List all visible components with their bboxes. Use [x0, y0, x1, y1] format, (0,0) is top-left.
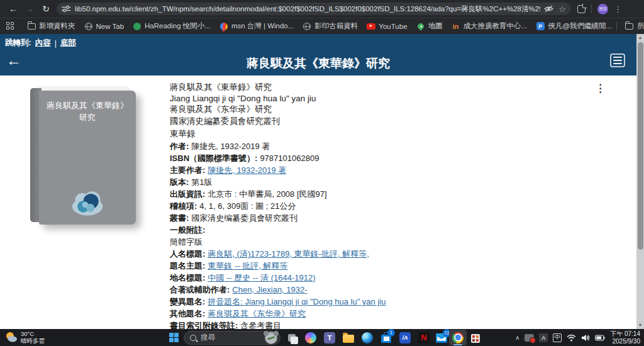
tray-chevron-icon[interactable]: ∧ [516, 335, 520, 341]
scroll-down-button[interactable]: ▼ [636, 321, 644, 329]
profile-avatar[interactable]: 培訓 [597, 4, 608, 14]
bookmark-new-tab[interactable]: New Tab [80, 22, 129, 31]
skip-link-bottom[interactable]: 底部 [60, 38, 76, 48]
side-panel-icon[interactable] [577, 5, 586, 13]
scrollbar-thumb[interactable] [638, 42, 643, 250]
search-icon [190, 335, 196, 341]
ime-lang-icon[interactable]: 中 [553, 333, 562, 342]
detail-value: 北京市 : 中華書局, 2008 [民國97] [208, 189, 326, 199]
chrome-button-active[interactable] [449, 330, 467, 345]
taskbar-clock[interactable]: 下午 07:14 2025/9/30 [610, 330, 640, 345]
scroll-up-button[interactable]: ▲ [636, 34, 644, 42]
map-pin-icon [416, 21, 425, 30]
record-title-line: 蒋良骐及其《东华录》研究 [170, 104, 579, 115]
page-scrollbar[interactable]: ▲ ▼ [636, 34, 644, 329]
address-bar[interactable]: lib50.npm.edu.tw/client/zh_TW/npm/search… [57, 3, 571, 15]
geo-subject-link[interactable]: 中國 -- 歷史 -- 清 (1644-1912) [208, 273, 315, 282]
detail-label: 出版資訊: [170, 189, 205, 199]
weather-desc: 晴時多雲 [21, 337, 45, 344]
edge-button[interactable] [360, 330, 375, 345]
bookmark-new-folder[interactable]: 新增資料夾 [23, 21, 80, 31]
main-author-link[interactable]: 陳捷先, 1932-2019 著 [208, 165, 286, 175]
mini-app-icon[interactable] [471, 334, 480, 343]
bookmark-ncku[interactable]: in 成大推廣教育中心... [447, 21, 532, 31]
wifi-icon[interactable] [567, 334, 576, 342]
title-subject-link[interactable]: 東華錄 -- 批評, 解釋等 [208, 261, 287, 271]
personal-subject-link[interactable]: 蔣良騏, (清)1723-1789, 東華錄-批評, 解釋等, [208, 249, 369, 259]
skip-prefix: 跳轉到: [5, 38, 31, 48]
netflix-button[interactable]: N [416, 330, 431, 345]
detail-row-series: 叢書:國家清史编纂委員會研究叢刊 [170, 212, 604, 224]
weather-widget[interactable]: 30°C 晴時多雲 [5, 330, 45, 344]
volume-icon[interactable] [581, 334, 590, 342]
bookmark-star-icon[interactable]: ☆ [558, 4, 566, 14]
book-cover: 蔣良騏及其《東華錄》研究 [30, 86, 136, 225]
all-bookmarks-button[interactable]: 所有書籤 [621, 21, 644, 31]
bookmark-label: 影印古籍資料 [314, 21, 358, 31]
detail-label: 題名主題: [170, 261, 205, 271]
variant-title-link[interactable]: 拼音題名: Jiang Liangqi ji qi "Dong hua lu" … [208, 297, 386, 306]
bookmark-label: New Tab [96, 23, 125, 30]
added-author-link[interactable]: Chen, Jiexian, 1932- [232, 285, 307, 294]
browser-reload-button[interactable]: ↻ [38, 4, 54, 14]
cloud-logo-icon [70, 187, 105, 217]
bookmark-youtube[interactable]: YouTube [362, 22, 411, 31]
browser-menu-icon[interactable]: ⋮ [614, 4, 622, 14]
system-tray: ∧ A 中 下午 07:14 2025/9/30 [516, 329, 640, 346]
browser-toolbar: ← → ↻ lib50.npm.edu.tw/client/zh_TW/npm/… [0, 0, 644, 18]
detail-row-note-value: 簡體字版 [170, 236, 604, 248]
mail-button[interactable]: 72 [434, 330, 449, 345]
store-badge: 1 [387, 329, 395, 337]
record-title-line: 蔣良騏及其《東華錄》研究 [170, 82, 579, 93]
bookmark-plurk[interactable]: P 俠凡@我們繼續閒... [531, 21, 616, 31]
copilot-button[interactable] [303, 330, 318, 345]
page-title: 蔣良騏及其《東華錄》研究 [0, 55, 636, 72]
record-options-icon[interactable]: ⋮ [595, 83, 606, 94]
detail-label: 主要作者: [170, 165, 205, 175]
globe-icon [85, 23, 92, 30]
weather-icon [5, 331, 18, 343]
taskbar-search[interactable]: 搜尋 [184, 331, 280, 345]
url-text[interactable]: lib50.npm.edu.tw/client/zh_TW/npm/search… [75, 4, 540, 14]
app-a-button[interactable]: /A [397, 330, 413, 345]
bookmark-label: YouTube [379, 23, 407, 30]
bookmark-label: 新增資料夾 [39, 21, 75, 31]
bookmark-hareading[interactable]: HaReading 悅閱小... [128, 21, 215, 31]
koala-search-image [265, 332, 277, 344]
msn-pin-icon [218, 21, 229, 31]
detail-row-main-author: 主要作者:陳捷先, 1932-2019 著 [170, 164, 604, 176]
skip-link-content[interactable]: 內容 [35, 38, 51, 48]
web-page: 跳轉到: 內容 | 底部 ← 蔣良騏及其《東華錄》研究 蔣良騏及其《東華錄》研究… [0, 34, 636, 329]
eye-off-icon[interactable] [544, 5, 553, 13]
task-view-button[interactable] [284, 330, 299, 345]
netflix-icon: N [418, 332, 430, 343]
browser-back-button[interactable]: ← [5, 4, 21, 14]
detail-row-added-author: 合著或輔助作者:Chen, Jiexian, 1932- [170, 284, 604, 296]
detail-label: 作者: [170, 142, 189, 151]
ime-mode-icon[interactable]: A [539, 333, 548, 342]
taskbar: 30°C 晴時多雲 搜尋 T 1 /A N 72 ∧ A 中 [0, 329, 644, 346]
battery-icon[interactable] [595, 335, 605, 341]
book-front-cover: 蔣良騏及其《東華錄》研究 [39, 91, 136, 225]
detail-row-personal-subject: 人名標題:蔣良騏, (清)1723-1789, 東華錄-批評, 解釋等, [170, 248, 604, 260]
detail-value: 簡體字版 [170, 237, 203, 247]
bookmark-maps[interactable]: 地圖 [412, 21, 447, 31]
site-settings-icon[interactable] [62, 6, 70, 12]
browser-forward-button[interactable]: → [21, 4, 38, 14]
folder-icon [625, 23, 633, 30]
youtube-icon [367, 23, 375, 30]
start-button[interactable] [166, 330, 181, 345]
detail-label: 稽核項: [170, 201, 197, 211]
teams-button[interactable]: T [322, 330, 337, 345]
bookmark-msn[interactable]: msn 台灣 | Windo... [215, 21, 298, 31]
detail-value: 4, 1, 6, 309面 : 圖 ; 21公分 [199, 201, 296, 211]
apps-grid-icon[interactable] [6, 22, 14, 30]
tray-notification-icon[interactable] [525, 334, 534, 342]
detail-label: 變異題名: [170, 297, 205, 306]
file-explorer-button[interactable] [341, 330, 356, 345]
edge-icon [362, 332, 373, 343]
store-button[interactable]: 1 [379, 330, 394, 345]
bookmark-archive[interactable]: 影印古籍資料 [298, 21, 362, 31]
hamburger-menu-icon[interactable] [610, 53, 625, 67]
other-title-link[interactable]: 蒋良骐及其《东华录》研究 [208, 309, 306, 318]
